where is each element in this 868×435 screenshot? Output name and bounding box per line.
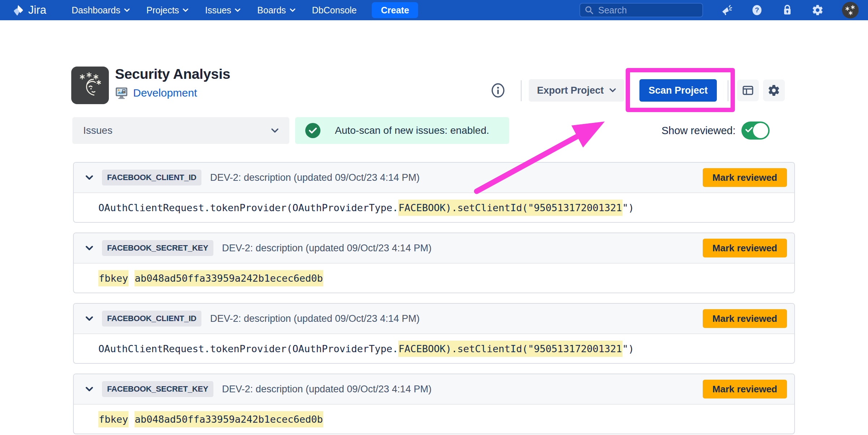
project-category-row: Development [114, 86, 197, 100]
issue-card-header: FACEBOOK_CLIENT_ID DEV-2: description (u… [74, 304, 794, 334]
project-category-link[interactable]: Development [133, 87, 197, 99]
toggle-knob [753, 123, 768, 138]
issue-title: DEV-2: description (updated 09/Oct/23 4:… [222, 243, 431, 254]
nav-item-projects[interactable]: Projects [146, 5, 188, 16]
user-avatar[interactable] [842, 2, 859, 18]
autoscan-banner: Auto-scan of new issues: enabled. [295, 117, 509, 144]
page-title: Security Analysis [115, 66, 230, 82]
jira-logo-text: Jira [28, 4, 46, 17]
chevron-down-icon [85, 246, 93, 251]
help-icon[interactable]: ? [751, 4, 763, 16]
show-reviewed-control: Show reviewed: [661, 117, 770, 144]
sidebar-layout-button[interactable] [737, 80, 759, 101]
nav-item-dbconsole[interactable]: DbConsole [312, 5, 357, 16]
show-reviewed-toggle[interactable] [741, 121, 770, 140]
issue-card-header: FACEBOOK_SECRET_KEY DEV-2: description (… [74, 233, 794, 264]
create-button[interactable]: Create [372, 2, 418, 18]
code-segment-highlighted: fbkey [98, 270, 128, 286]
mark-reviewed-button[interactable]: Mark reviewed [703, 309, 787, 328]
nav-item-boards[interactable]: Boards [257, 5, 295, 16]
collapse-chevron-button[interactable] [85, 175, 93, 180]
issue-code-line: fbkey ab048ad50ffa33959a242b1ecec6ed0b [74, 264, 794, 293]
issue-type-badge: FACEBOOK_SECRET_KEY [102, 240, 213, 256]
nav-links: Dashboards Projects Issues Boards DbCons… [72, 5, 357, 16]
computer-emoji-icon [114, 86, 129, 100]
code-segment-highlighted: FACEBOOK).setClientId("950513172001321 [398, 200, 622, 216]
issue-code-line: fbkey ab048ad50ffa33959a242b1ecec6ed0b [74, 405, 794, 434]
svg-text:?: ? [755, 6, 759, 14]
nav-item-issues[interactable]: Issues [205, 5, 241, 16]
code-segment-highlighted: ab048ad50ffa33959a242b1ecec6ed0b [135, 411, 323, 427]
mark-reviewed-button[interactable]: Mark reviewed [703, 380, 787, 398]
collapse-chevron-button[interactable] [85, 246, 93, 251]
lock-icon[interactable] [781, 4, 793, 16]
chevron-down-icon [85, 175, 93, 180]
code-segment-highlighted: fbkey [98, 411, 128, 427]
search-icon [584, 5, 594, 15]
code-segment-highlighted: ab048ad50ffa33959a242b1ecec6ed0b [135, 270, 323, 286]
issue-title: DEV-2: description (updated 09/Oct/23 4:… [222, 384, 431, 395]
code-segment [128, 411, 134, 427]
code-segment: ") [622, 200, 634, 216]
announcement-icon[interactable] [720, 4, 733, 16]
nav-item-dashboards[interactable]: Dashboards [72, 5, 130, 16]
chevron-down-icon [235, 8, 241, 12]
chevron-down-icon [124, 8, 130, 12]
gear-icon[interactable] [812, 4, 824, 16]
check-circle-icon [305, 123, 320, 138]
issue-title: DEV-2: description (updated 09/Oct/23 4:… [210, 172, 420, 183]
issue-code-line: OAuthClientRequest.tokenProvider(OAuthPr… [74, 193, 794, 222]
issue-code-line: OAuthClientRequest.tokenProvider(OAuthPr… [74, 334, 794, 363]
search-box[interactable] [579, 3, 703, 17]
jira-logo-icon [12, 4, 25, 16]
code-segment: OAuthClientRequest.tokenProvider(OAuthPr… [98, 341, 398, 357]
collapse-chevron-button[interactable] [85, 316, 93, 321]
chevron-down-icon [290, 8, 295, 12]
top-navbar: Jira Dashboards Projects Issues Boards D… [0, 0, 868, 20]
project-settings-button[interactable] [763, 80, 785, 101]
issue-card-header: FACEBOOK_SECRET_KEY DEV-2: description (… [74, 374, 794, 405]
issue-card: FACEBOOK_CLIENT_ID DEV-2: description (u… [73, 162, 795, 223]
issue-type-badge: FACEBOOK_CLIENT_ID [102, 311, 201, 327]
chevron-down-icon [271, 128, 278, 133]
chevron-down-icon [183, 8, 188, 12]
chevron-down-icon [85, 387, 93, 392]
export-project-button[interactable]: Export Project [529, 79, 624, 102]
code-segment: OAuthClientRequest.tokenProvider(OAuthPr… [98, 200, 398, 216]
divider [728, 80, 728, 101]
code-segment-highlighted: FACEBOOK).setClientId("950513172001321 [398, 341, 622, 357]
show-reviewed-label: Show reviewed: [661, 125, 736, 137]
info-icon[interactable] [490, 83, 506, 98]
autoscan-banner-text: Auto-scan of new issues: enabled. [335, 125, 489, 136]
issues-filter-select[interactable]: Issues [72, 117, 289, 144]
collapse-chevron-button[interactable] [85, 387, 93, 392]
code-segment: ") [622, 341, 634, 357]
chevron-down-icon [609, 88, 616, 93]
gear-icon [767, 84, 780, 97]
mark-reviewed-button[interactable]: Mark reviewed [703, 168, 787, 187]
nav-icon-group: ? [720, 2, 859, 18]
issue-type-badge: FACEBOOK_CLIENT_ID [102, 170, 201, 185]
chevron-down-icon [85, 316, 93, 321]
issue-type-badge: FACEBOOK_SECRET_KEY [102, 381, 213, 397]
issue-card: FACEBOOK_SECRET_KEY DEV-2: description (… [73, 233, 795, 293]
panel-layout-icon [741, 84, 754, 97]
project-avatar [71, 67, 109, 104]
check-icon [745, 127, 753, 133]
issue-card-header: FACEBOOK_CLIENT_ID DEV-2: description (u… [74, 163, 794, 193]
scan-project-button[interactable]: Scan Project [639, 79, 717, 102]
issue-card: FACEBOOK_SECRET_KEY DEV-2: description (… [73, 374, 795, 434]
issue-card: FACEBOOK_CLIENT_ID DEV-2: description (u… [73, 303, 795, 364]
jira-logo[interactable]: Jira [12, 4, 46, 17]
divider [521, 80, 522, 101]
search-input[interactable] [598, 5, 698, 16]
issue-title: DEV-2: description (updated 09/Oct/23 4:… [210, 313, 420, 324]
code-segment [128, 270, 134, 286]
mark-reviewed-button[interactable]: Mark reviewed [703, 239, 787, 257]
